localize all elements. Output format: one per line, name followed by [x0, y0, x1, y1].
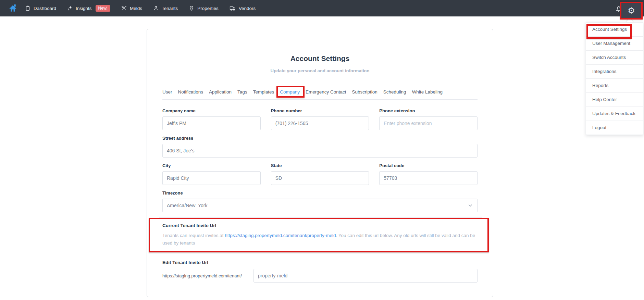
settings-card: Account Settings Update your personal an… — [147, 29, 493, 297]
phone-extension-field: Phone extension — [379, 100, 478, 130]
menu-item-user-management[interactable]: User Management — [586, 36, 643, 50]
invite-heading: Current Tenant Invite Url — [162, 223, 478, 228]
nav-item-label: Vendors — [239, 6, 256, 11]
tab-subscription[interactable]: Subscription — [352, 89, 377, 95]
invite-url-prefix: https://staging.propertymeld.com/tenant/ — [162, 273, 253, 278]
company-form: Company name Phone number Phone extensio… — [162, 100, 478, 283]
nav-item-label: Insights — [76, 6, 92, 11]
invite-description: Tenants can request invites at https://s… — [162, 232, 478, 247]
street-address-input[interactable] — [162, 144, 478, 158]
company-name-label: Company name — [162, 108, 261, 113]
sparkles-icon — [67, 5, 73, 11]
invite-url-input[interactable] — [253, 269, 478, 283]
timezone-field: Timezone America/New_York — [162, 190, 478, 212]
map-pin-icon — [189, 5, 194, 11]
settings-menu: Account Settings User Management Switch … — [586, 22, 643, 135]
nav-item-insights[interactable]: Insights New! — [67, 5, 110, 12]
page-subtitle: Update your personal and account informa… — [147, 68, 493, 73]
company-name-field: Company name — [162, 100, 261, 130]
postal-code-label: Postal code — [379, 163, 478, 168]
tab-white-labeling[interactable]: White Labeling — [412, 89, 443, 95]
tab-user[interactable]: User — [162, 89, 172, 95]
tab-company[interactable]: Company — [280, 89, 300, 95]
state-input[interactable] — [271, 171, 369, 185]
phone-number-label: Phone number — [271, 108, 369, 113]
phone-number-field: Phone number — [271, 100, 369, 130]
edit-invite-row: https://staging.propertymeld.com/tenant/ — [162, 269, 478, 283]
clipboard-icon — [25, 5, 30, 11]
timezone-select[interactable]: America/New_York — [162, 199, 478, 212]
postal-code-field: Postal code — [379, 158, 478, 185]
timezone-label: Timezone — [162, 190, 478, 196]
menu-item-switch-accounts[interactable]: Switch Accounts — [586, 50, 643, 64]
truck-icon — [230, 5, 236, 11]
menu-item-logout[interactable]: Logout — [586, 121, 643, 135]
state-label: State — [271, 163, 369, 168]
menu-item-account-settings[interactable]: Account Settings — [586, 22, 643, 36]
menu-item-reports[interactable]: Reports — [586, 78, 643, 92]
menu-item-integrations[interactable]: Integrations — [586, 64, 643, 78]
phone-extension-label: Phone extension — [379, 108, 478, 113]
city-field: City — [162, 158, 261, 185]
invite-text-before: Tenants can request invites at — [162, 233, 225, 238]
page-title: Account Settings — [147, 54, 493, 63]
annotation-box-gear: ⚙ — [620, 2, 643, 20]
nav-item-tenants[interactable]: Tenants — [153, 5, 178, 11]
nav-item-dashboard[interactable]: Dashboard — [25, 5, 56, 11]
tab-scheduling[interactable]: Scheduling — [383, 89, 406, 95]
gear-icon[interactable]: ⚙ — [628, 7, 635, 15]
person-icon — [153, 5, 159, 11]
menu-item-updates-feedback[interactable]: Updates & Feedback — [586, 107, 643, 121]
tab-tags[interactable]: Tags — [237, 89, 247, 95]
nav-item-label: Melds — [130, 6, 142, 11]
chevron-down-icon — [468, 204, 472, 207]
nav-item-melds[interactable]: Melds — [121, 5, 142, 11]
invite-url-link[interactable]: https://staging.propertymeld.com/tenant/… — [225, 233, 336, 238]
street-address-label: Street address — [162, 136, 478, 141]
tab-company-label: Company — [280, 89, 300, 95]
timezone-value: America/New_York — [167, 203, 208, 208]
top-nav: Dashboard Insights New! Melds Tenants Pr… — [0, 0, 644, 16]
city-label: City — [162, 163, 261, 168]
phone-number-input[interactable] — [271, 116, 369, 130]
phone-extension-input[interactable] — [379, 116, 478, 130]
invite-url-section: Current Tenant Invite Url Tenants can re… — [162, 218, 478, 252]
menu-item-help-center[interactable]: Help Center — [586, 92, 643, 107]
tab-emergency-contact[interactable]: Emergency Contact — [306, 89, 346, 95]
tab-application[interactable]: Application — [209, 89, 232, 95]
nav-item-label: Tenants — [162, 6, 178, 11]
nav-item-properties[interactable]: Properties — [189, 5, 219, 11]
edit-invite-heading: Edit Tenant Invite Url — [162, 260, 478, 265]
nav-item-label: Dashboard — [34, 6, 56, 11]
street-address-field: Street address — [162, 136, 478, 158]
logo-icon[interactable] — [8, 4, 17, 13]
tab-templates[interactable]: Templates — [253, 89, 274, 95]
city-input[interactable] — [162, 171, 261, 185]
nav-item-label: Properties — [197, 6, 219, 11]
state-field: State — [271, 158, 369, 185]
nav-item-vendors[interactable]: Vendors — [230, 5, 256, 11]
company-name-input[interactable] — [162, 116, 261, 130]
settings-tabs: User Notifications Application Tags Temp… — [162, 89, 478, 100]
postal-code-input[interactable] — [379, 171, 478, 185]
new-badge: New! — [96, 5, 110, 12]
tools-icon — [121, 5, 127, 11]
tab-notifications[interactable]: Notifications — [178, 89, 203, 95]
